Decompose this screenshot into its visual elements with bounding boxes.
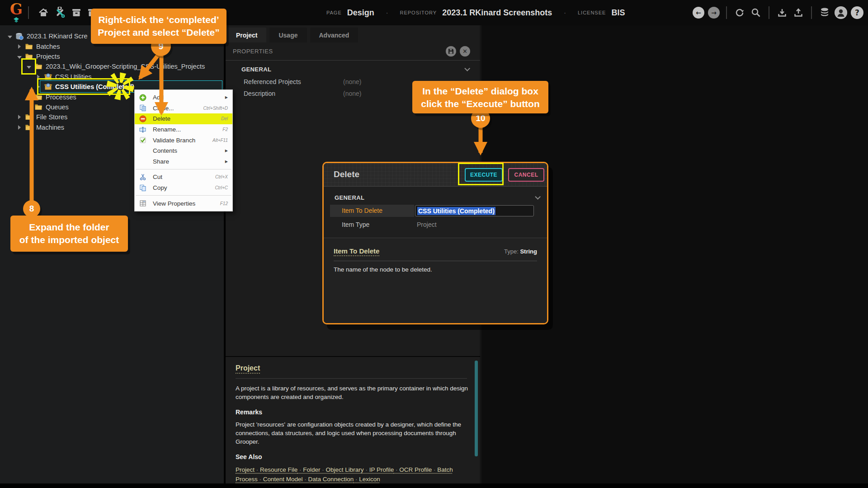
chevron-down-icon[interactable] — [535, 194, 541, 200]
refresh-icon[interactable] — [733, 6, 746, 19]
menu-shortcut: F2 — [222, 127, 228, 132]
general-section-label: GENERAL — [335, 194, 364, 201]
callout-step-8-number: 8 — [23, 200, 40, 217]
repository-value[interactable]: 2023.1 RKinard Screenshots — [442, 8, 552, 18]
see-also-link[interactable]: Content Model — [263, 476, 308, 483]
general-section-label: GENERAL — [241, 66, 271, 73]
menu-separator — [136, 169, 231, 169]
see-also-links: ProjectResource FileFolderObject Library… — [236, 465, 468, 484]
expander-icon[interactable] — [17, 113, 22, 121]
doc-scrollbar[interactable] — [475, 361, 478, 456]
topbar-divider — [811, 6, 812, 19]
grooper-logo[interactable]: G — [8, 1, 24, 24]
property-name: Description — [244, 90, 275, 97]
blank-icon — [139, 147, 147, 155]
page-value[interactable]: Design — [347, 8, 374, 18]
properties-title: PROPERTIES — [233, 48, 273, 55]
see-also-link[interactable]: Project — [236, 466, 260, 473]
menu-item-copy[interactable]: Copy Ctrl+C — [135, 183, 232, 193]
documentation-panel: Project A project is a library of resour… — [226, 356, 480, 483]
callout-step-10: In the “Delete” dialog box click the “Ex… — [412, 81, 548, 113]
context-breadcrumb: PAGE Design · REPOSITORY 2023.1 RKinard … — [326, 0, 625, 25]
menu-item-add[interactable]: Add ▶ — [135, 92, 232, 103]
menu-item-view-properties[interactable]: View Properties F12 — [135, 198, 232, 209]
user-account-icon[interactable] — [835, 6, 847, 19]
menu-item-delete[interactable]: Delete Del — [135, 113, 232, 124]
tree-node-label: 2023.1_Wiki_Grooper-Scripting_CSS-Utilit… — [46, 63, 205, 70]
export-icon[interactable] — [792, 6, 805, 19]
callout-text: Project and select “Delete” — [91, 26, 226, 39]
expander-icon[interactable] — [17, 124, 22, 131]
menu-item-clone[interactable]: Clone... Ctrl+Shift+D — [135, 103, 232, 114]
forward-icon[interactable]: → — [708, 7, 720, 19]
menu-item-rename[interactable]: Rename... F2 — [135, 124, 232, 135]
batch-box-icon[interactable] — [70, 6, 83, 19]
menu-item-label: View Properties — [153, 200, 195, 207]
expander-icon[interactable] — [7, 33, 13, 40]
execute-highlight-box — [458, 163, 504, 185]
close-icon[interactable]: ✕ — [460, 46, 470, 56]
properties-header: PROPERTIES ✕ — [226, 42, 480, 61]
context-menu: Add ▶ Clone... Ctrl+Shift+D Delete Del R… — [134, 89, 233, 211]
see-also-link[interactable]: Data Connection — [308, 476, 359, 483]
item-to-delete-input[interactable]: CSS Utilities (Completed) — [415, 205, 534, 216]
help-icon[interactable]: ? — [851, 6, 863, 19]
tools-icon[interactable] — [53, 6, 66, 19]
doc-remarks: Project 'resources' are configuration ob… — [236, 420, 468, 446]
submenu-arrow-icon: ▶ — [225, 149, 228, 153]
menu-item-label: Contents — [153, 147, 177, 154]
general-section-header[interactable]: GENERAL — [226, 62, 480, 76]
delete-icon — [139, 115, 147, 123]
grooper-logo-leaves — [12, 17, 21, 23]
see-also-link[interactable]: OCR Profile — [399, 466, 437, 473]
menu-item-label: Share — [153, 158, 169, 165]
menu-shortcut: Ctrl+X — [215, 174, 228, 179]
import-icon[interactable] — [776, 6, 788, 19]
tree-node-label: File Stores — [36, 113, 67, 121]
item-to-delete-value: CSS Utilities (Completed) — [417, 207, 495, 215]
menu-item-label: Rename... — [153, 126, 181, 133]
see-also-link[interactable]: Object Library — [326, 466, 369, 473]
see-also-link[interactable]: IP Profile — [369, 466, 400, 473]
menu-item-share[interactable]: Share ▶ — [135, 156, 232, 167]
item-type-label: Item Type — [342, 221, 369, 228]
doc-see-also-title: See Also — [236, 453, 469, 460]
search-icon[interactable] — [750, 6, 762, 19]
database-icon[interactable] — [818, 6, 831, 19]
grooper-design-app: G PAGE Design · REPOSITORY — [0, 0, 868, 488]
menu-item-validate-branch[interactable]: Validate Branch Alt+F11 — [135, 135, 232, 145]
callout-step-9: Right-click the ‘completed’ Project and … — [91, 9, 226, 44]
view-properties-icon — [139, 199, 147, 207]
callout-step-8: Expand the folder of the imported object — [10, 216, 128, 252]
callout-text: of the imported object — [10, 234, 128, 246]
tab-project[interactable]: Project — [227, 28, 266, 42]
expander-highlight-box — [21, 58, 36, 75]
tree-node-label: 2023.1 RKinard Scre — [27, 33, 88, 40]
menu-shortcut: Del — [221, 116, 228, 121]
delete-dialog-header: Delete EXECUTE CANCEL — [324, 163, 547, 187]
menu-shortcut: Ctrl+C — [215, 185, 228, 190]
chevron-down-icon[interactable] — [464, 66, 470, 71]
tab-usage[interactable]: Usage — [269, 28, 307, 42]
validate-branch-icon — [139, 136, 147, 144]
home-icon[interactable] — [37, 6, 50, 19]
dialog-help-title: Item To Delete — [334, 247, 379, 256]
callout-text: In the “Delete” dialog box — [412, 85, 548, 98]
menu-shortcut: Alt+F11 — [212, 138, 228, 143]
save-icon[interactable] — [446, 46, 456, 56]
tab-advanced[interactable]: Advanced — [310, 28, 359, 42]
see-also-link[interactable]: Folder — [303, 466, 326, 473]
menu-item-cut[interactable]: Cut Ctrl+X — [135, 172, 232, 183]
menu-item-label: Delete — [153, 115, 170, 122]
separator-dot: · — [380, 9, 395, 16]
property-name: Referenced Projects — [244, 78, 301, 85]
dialog-general-section[interactable]: GENERAL — [324, 191, 547, 204]
expander-icon[interactable] — [17, 43, 22, 50]
back-icon[interactable]: ← — [693, 7, 704, 19]
menu-item-contents[interactable]: Contents ▶ — [135, 145, 232, 156]
see-also-link[interactable]: Resource File — [260, 466, 303, 473]
see-also-link[interactable]: Lexicon — [359, 476, 380, 483]
topbar-divider — [726, 6, 727, 19]
licensee-label: LICENSEE — [578, 10, 606, 15]
cancel-button[interactable]: CANCEL — [508, 168, 544, 182]
